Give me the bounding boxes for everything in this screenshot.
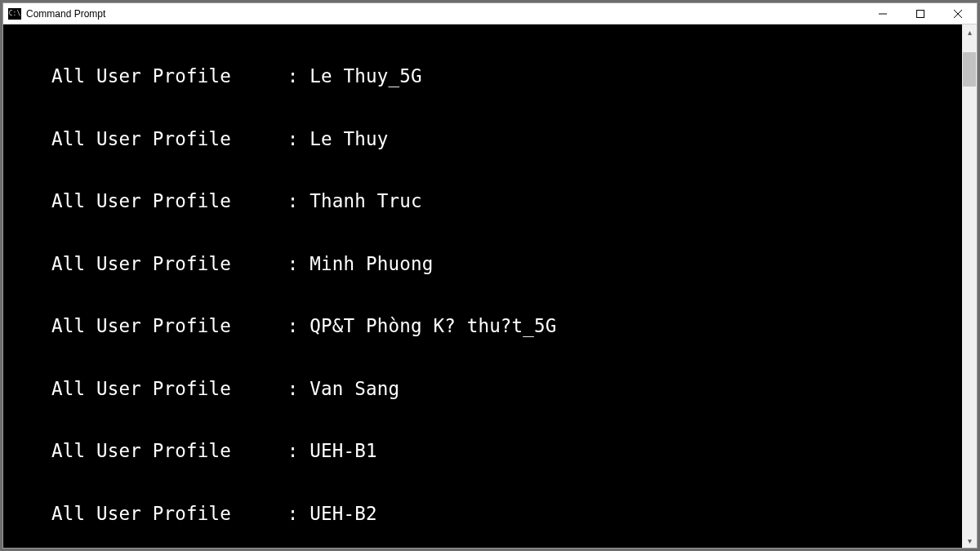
vertical-scrollbar[interactable]: ▴ ▾ <box>962 24 977 548</box>
profile-line: All User Profile : Minh Phuong <box>7 248 959 279</box>
title-bar[interactable]: C:\ Command Prompt <box>3 3 977 24</box>
profile-line: All User Profile : QP&T Phòng K? thu?t_5… <box>7 310 959 341</box>
minimize-button[interactable] <box>864 3 902 24</box>
profile-line: All User Profile : Le Thuy <box>7 123 959 154</box>
window-frame: C:\ Command Prompt All User Profile : Le… <box>2 2 978 549</box>
close-icon <box>953 9 963 19</box>
chevron-up-icon: ▴ <box>968 28 972 37</box>
scroll-thumb[interactable] <box>963 52 976 87</box>
maximize-icon <box>915 9 925 19</box>
profile-line: All User Profile : Le Thuy_5G <box>7 60 959 91</box>
profile-line: All User Profile : UEH-B1 <box>7 435 959 466</box>
svg-rect-1 <box>917 10 924 17</box>
maximize-button[interactable] <box>902 3 939 24</box>
window-title: Command Prompt <box>26 8 105 20</box>
cmd-icon: C:\ <box>8 8 21 20</box>
chevron-down-icon: ▾ <box>968 536 972 545</box>
profile-line: All User Profile : Van Sang <box>7 373 959 404</box>
profile-line: All User Profile : Thanh Truc <box>7 185 959 216</box>
minimize-icon <box>878 9 888 19</box>
close-button[interactable] <box>939 3 977 24</box>
scroll-down-button[interactable]: ▾ <box>962 533 977 548</box>
terminal-output[interactable]: All User Profile : Le Thuy_5G All User P… <box>3 24 962 548</box>
profile-line: All User Profile : UEH-B2 <box>7 498 959 529</box>
client-area: All User Profile : Le Thuy_5G All User P… <box>3 24 977 548</box>
scroll-up-button[interactable]: ▴ <box>962 24 977 39</box>
